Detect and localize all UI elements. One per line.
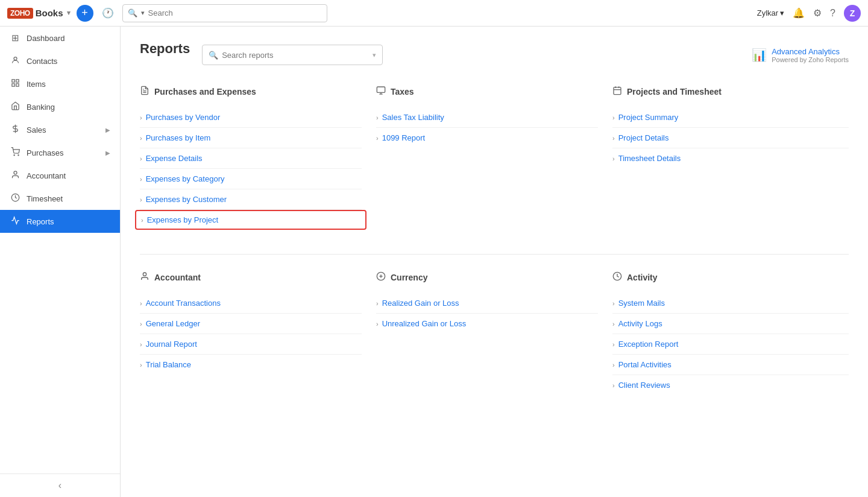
report-item-label: Unrealized Gain or Loss [382, 319, 466, 328]
accountant-icon [10, 170, 20, 181]
chevron-icon: › [140, 155, 142, 162]
logo-dropdown-icon: ▾ [67, 9, 71, 17]
sidebar-item-timesheet[interactable]: Timesheet [0, 187, 120, 210]
activity-list: › System Mails › Activity Logs › Excepti… [612, 293, 849, 395]
sidebar-item-sales[interactable]: Sales ▶ [0, 118, 120, 141]
sidebar-item-banking[interactable]: Banking [0, 95, 120, 118]
report-item-journal-report[interactable]: › Journal Report [140, 334, 362, 355]
report-item-expense-details[interactable]: › Expense Details [140, 148, 362, 169]
user-chevron-icon: ▾ [780, 8, 784, 17]
accountant-section-title: Accountant [154, 273, 201, 282]
topbar: ZOHO Books ▾ + 🕐 🔍 ▾ Zylkar ▾ 🔔 ⚙ ? Z [0, 0, 868, 27]
purchases-expenses-list: › Purchases by Vendor › Purchases by Ite… [140, 107, 362, 230]
svg-point-8 [14, 171, 17, 174]
purchases-expenses-title: Purchases and Expenses [140, 86, 362, 98]
report-item-purchases-by-item[interactable]: › Purchases by Item [140, 128, 362, 148]
report-item-label: Sales Tax Liability [382, 113, 444, 122]
search-reports-box[interactable]: 🔍 ▾ [202, 45, 383, 65]
report-item-expenses-by-project[interactable]: › Expenses by Project [135, 210, 366, 230]
report-item-label: Timesheet Details [618, 154, 681, 163]
sidebar-item-reports[interactable]: Reports [0, 210, 120, 233]
svg-rect-12 [377, 87, 385, 92]
chevron-icon: › [140, 361, 142, 369]
books-logo: Books [36, 8, 63, 18]
advanced-analytics-link[interactable]: 📊 Advanced Analytics Powered by Zoho Rep… [752, 47, 849, 63]
help-button[interactable]: ? [830, 8, 835, 19]
history-button[interactable]: 🕐 [99, 5, 116, 22]
topbar-right: Zylkar ▾ 🔔 ⚙ ? Z [757, 5, 861, 22]
svg-point-6 [14, 155, 14, 156]
sales-icon [10, 124, 20, 135]
contacts-icon [10, 55, 20, 66]
page-header: Reports 🔍 ▾ 📊 Advanced Analytics Powered… [140, 41, 849, 69]
accountant-section: Accountant › Account Transactions › Gene… [140, 271, 376, 414]
chevron-icon: › [140, 135, 142, 142]
search-reports-input[interactable] [222, 51, 369, 60]
sidebar-item-contacts[interactable]: Contacts [0, 49, 120, 72]
user-name: Zylkar [757, 8, 778, 17]
taxes-icon [376, 86, 386, 98]
report-item-purchases-by-vendor[interactable]: › Purchases by Vendor [140, 107, 362, 128]
report-item-unrealized-gain-loss[interactable]: › Unrealized Gain or Loss [376, 314, 598, 334]
chevron-icon: › [140, 320, 142, 328]
svg-point-7 [17, 155, 18, 156]
svg-rect-2 [16, 80, 18, 82]
activity-title: Activity [612, 271, 849, 283]
timesheet-icon [10, 193, 20, 204]
search-type-dropdown[interactable]: ▾ [141, 9, 145, 17]
report-item-label: Project Details [618, 133, 669, 142]
projects-timesheet-section-title: Projects and Timesheet [627, 87, 722, 97]
report-item-system-mails[interactable]: › System Mails [612, 293, 849, 314]
add-button[interactable]: + [77, 5, 93, 22]
purchases-expenses-section-title: Purchases and Expenses [154, 87, 256, 97]
main-content: Reports 🔍 ▾ 📊 Advanced Analytics Powered… [121, 27, 868, 497]
report-item-label: Account Transactions [146, 299, 221, 308]
report-item-portal-activities[interactable]: › Portal Activities [612, 355, 849, 375]
projects-timesheet-title: Projects and Timesheet [612, 86, 849, 98]
chevron-icon: › [141, 217, 143, 224]
report-item-timesheet-details[interactable]: › Timesheet Details [612, 148, 849, 168]
report-item-general-ledger[interactable]: › General Ledger [140, 314, 362, 334]
avatar[interactable]: Z [844, 5, 861, 22]
report-item-sales-tax-liability[interactable]: › Sales Tax Liability [376, 107, 598, 128]
report-item-project-summary[interactable]: › Project Summary [612, 107, 849, 128]
global-search-input[interactable] [148, 8, 322, 17]
report-item-label: Client Reviews [618, 381, 670, 390]
sidebar-item-purchases[interactable]: Purchases ▶ [0, 141, 120, 164]
search-dropdown-icon: ▾ [373, 51, 376, 59]
report-item-project-details[interactable]: › Project Details [612, 128, 849, 148]
report-item-activity-logs[interactable]: › Activity Logs [612, 314, 849, 334]
report-item-1099-report[interactable]: › 1099 Report [376, 128, 598, 148]
svg-rect-15 [614, 87, 621, 95]
sidebar-item-items[interactable]: Items [0, 72, 120, 95]
report-item-client-reviews[interactable]: › Client Reviews [612, 375, 849, 395]
notifications-button[interactable]: 🔔 [793, 7, 805, 19]
report-item-label: System Mails [618, 299, 665, 308]
taxes-section: Taxes › Sales Tax Liability › 1099 Repor… [376, 86, 612, 249]
sidebar-item-dashboard[interactable]: ⊞ Dashboard [0, 27, 120, 49]
sidebar-collapse-button[interactable]: ‹ [58, 480, 61, 491]
svg-rect-4 [16, 84, 18, 86]
activity-section: Activity › System Mails › Activity Logs … [612, 271, 849, 414]
settings-button[interactable]: ⚙ [813, 7, 822, 19]
activity-section-title: Activity [627, 273, 658, 282]
report-item-label: Exception Report [618, 340, 679, 349]
global-search-box[interactable]: 🔍 ▾ [122, 4, 327, 22]
app-logo[interactable]: ZOHO Books ▾ [7, 8, 71, 19]
report-item-account-transactions[interactable]: › Account Transactions [140, 293, 362, 314]
chevron-icon: › [376, 114, 379, 121]
sidebar-item-accountant[interactable]: Accountant [0, 164, 120, 187]
report-item-expenses-by-customer[interactable]: › Expenses by Customer [140, 189, 362, 210]
report-item-trial-balance[interactable]: › Trial Balance [140, 355, 362, 375]
purchases-arrow-icon: ▶ [105, 150, 110, 156]
sidebar: ⊞ Dashboard Contacts Items Banking Sal [0, 27, 121, 497]
taxes-list: › Sales Tax Liability › 1099 Report [376, 107, 598, 148]
report-item-exception-report[interactable]: › Exception Report [612, 334, 849, 355]
report-item-label: Activity Logs [618, 319, 662, 328]
report-item-expenses-by-category[interactable]: › Expenses by Category [140, 169, 362, 189]
items-icon [10, 78, 20, 89]
sidebar-item-label: Dashboard [27, 34, 65, 43]
svg-point-0 [14, 57, 17, 60]
report-item-realized-gain-loss[interactable]: › Realized Gain or Loss [376, 293, 598, 314]
user-menu[interactable]: Zylkar ▾ [757, 8, 784, 17]
